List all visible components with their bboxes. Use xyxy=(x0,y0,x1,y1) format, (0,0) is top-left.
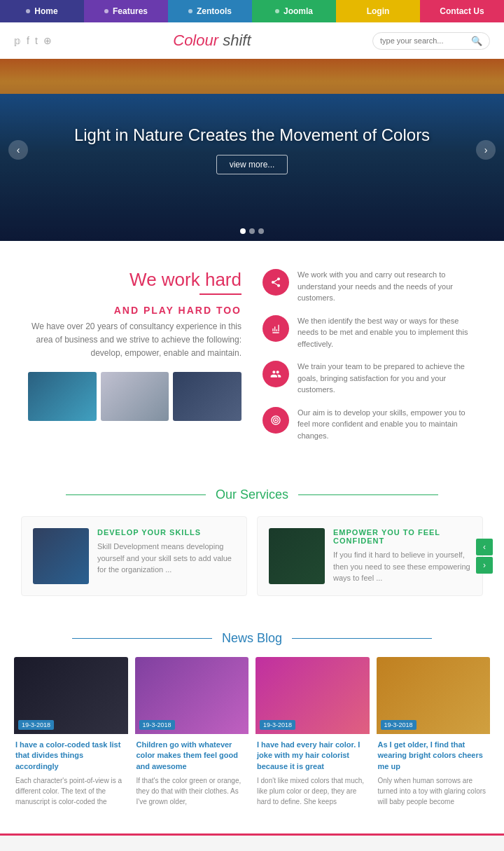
pinterest-icon[interactable]: 𝕡 xyxy=(14,35,21,46)
mid-heading2: AND PLAY HARD TOO xyxy=(28,305,241,316)
news-title-row: News Blog xyxy=(14,631,490,646)
services-prev-button[interactable]: ‹ xyxy=(476,539,493,555)
services-line-left xyxy=(66,494,206,495)
mid-item-2-text: We then identify the best way or ways fo… xyxy=(298,315,476,350)
services-next-button[interactable]: › xyxy=(476,557,493,574)
mid-body: We have over 20 years of consultancy exp… xyxy=(28,320,241,361)
hero-next-button[interactable]: › xyxy=(476,140,496,160)
hero-dots xyxy=(240,228,264,234)
news-date-2: 19-3-2018 xyxy=(139,720,175,730)
news-body-3: I have had every hair color. I joke with… xyxy=(255,734,370,812)
chart-icon xyxy=(262,315,289,342)
target-icon xyxy=(262,407,289,434)
mid-divider xyxy=(200,293,241,295)
mid-photo-1 xyxy=(28,372,97,421)
news-title-2[interactable]: Children go with whatever color makes th… xyxy=(136,740,248,772)
news-text-4: Only when human sorrows are turned into … xyxy=(378,775,489,807)
news-line-left xyxy=(72,638,212,639)
news-card-4: 19-3-2018 As I get older, I find that we… xyxy=(377,657,491,812)
site-header: 𝕡 f t ⊕ Colour shift 🔍 xyxy=(0,22,504,59)
service-img-2 xyxy=(269,528,325,584)
news-body-4: As I get older, I find that wearing brig… xyxy=(377,734,491,812)
service-content-2: EMPOWER YOU TO FEEL CONFIDENT If you fin… xyxy=(333,528,471,584)
news-text-1: Each character's point-of-view is a diff… xyxy=(15,775,127,807)
hero-title: Light in Nature Creates the Movement of … xyxy=(74,125,430,145)
mid-photos xyxy=(28,372,241,421)
hero-dot-3[interactable] xyxy=(258,228,264,234)
services-title-row: Our Services xyxy=(21,487,483,502)
services-nav: ‹ › xyxy=(476,539,493,574)
mid-photo-3 xyxy=(173,372,241,421)
nav-home-label: Home xyxy=(34,6,57,16)
news-img-3: 19-3-2018 xyxy=(255,657,370,734)
news-text-2: If that's the color green or orange, the… xyxy=(136,775,248,807)
news-title-3[interactable]: I have had every hair color. I joke with… xyxy=(257,740,368,772)
nav-zentools[interactable]: Zentools xyxy=(168,0,252,22)
news-date-3: 19-3-2018 xyxy=(260,720,295,730)
news-title-4[interactable]: As I get older, I find that wearing brig… xyxy=(378,740,489,772)
mid-photo-2 xyxy=(101,372,169,421)
search-input[interactable] xyxy=(380,36,471,45)
nav-features-label: Features xyxy=(113,6,148,16)
hero-overlay: Light in Nature Creates the Movement of … xyxy=(0,59,504,241)
site-logo: Colour shift xyxy=(173,32,251,50)
logo-colour: Colour xyxy=(173,32,218,49)
news-section: News Blog 19-3-2018 I have a color-coded… xyxy=(0,617,504,833)
services-section: Our Services DEVELOP YOUR SKILLS Skill D… xyxy=(0,473,504,617)
nav-home[interactable]: Home xyxy=(0,0,84,22)
service-content-1: DEVELOP YOUR SKILLS Skill Development me… xyxy=(97,528,235,584)
rss-icon[interactable]: ⊕ xyxy=(43,35,52,46)
nav-contact[interactable]: Contact Us xyxy=(420,0,504,22)
news-img-1: 19-3-2018 xyxy=(14,657,128,734)
social-icons: 𝕡 f t ⊕ xyxy=(14,35,52,46)
service-body-2: If you find it hard to believe in yourse… xyxy=(333,549,471,584)
news-body-2: Children go with whatever color makes th… xyxy=(135,734,249,812)
facebook-icon[interactable]: f xyxy=(27,35,29,46)
mid-item-4: Our aim is to develop your skills, empow… xyxy=(262,407,476,442)
team-icon xyxy=(262,361,289,387)
news-card-3: 19-3-2018 I have had every hair color. I… xyxy=(255,657,370,812)
mid-item-4-text: Our aim is to develop your skills, empow… xyxy=(298,407,476,442)
service-title-1: DEVELOP YOUR SKILLS xyxy=(97,528,235,537)
twitter-icon[interactable]: t xyxy=(35,35,38,46)
hero-dot-1[interactable] xyxy=(240,228,246,234)
mid-item-1-text: We work with you and carry out research … xyxy=(298,269,476,304)
hero-prev-button[interactable]: ‹ xyxy=(8,140,28,160)
news-date-4: 19-3-2018 xyxy=(381,720,416,730)
hero-cta-button[interactable]: view more... xyxy=(216,155,288,174)
site-footer: Colour shift 📍 10 1st East, 100 New York… xyxy=(0,833,504,851)
news-text-3: I don't like mixed colors that much, lik… xyxy=(257,775,368,807)
nav-dot xyxy=(104,9,108,13)
services-heading: Our Services xyxy=(216,487,288,502)
mid-right: We work with you and carry out research … xyxy=(262,269,476,452)
share-icon xyxy=(262,269,289,296)
hero-dot-2[interactable] xyxy=(249,228,255,234)
mid-item-1: We work with you and carry out research … xyxy=(262,269,476,304)
service-card-2: EMPOWER YOU TO FEEL CONFIDENT If you fin… xyxy=(257,516,483,596)
news-grid: 19-3-2018 I have a color-coded task list… xyxy=(14,657,490,812)
nav-joomla[interactable]: Joomla xyxy=(252,0,336,22)
news-heading: News Blog xyxy=(222,631,282,646)
mid-item-3-text: We train your team to be prepared to ach… xyxy=(298,361,476,396)
mid-item-2: We then identify the best way or ways fo… xyxy=(262,315,476,350)
main-nav: Home Features Zentools Joomla Login Cont… xyxy=(0,0,504,22)
service-title-2: EMPOWER YOU TO FEEL CONFIDENT xyxy=(333,528,471,545)
search-box[interactable]: 🔍 xyxy=(372,32,490,50)
news-img-4: 19-3-2018 xyxy=(377,657,491,734)
nav-login-label: Login xyxy=(367,6,390,16)
nav-dot xyxy=(275,9,279,13)
service-body-1: Skill Development means developing yours… xyxy=(97,541,235,576)
mid-left: We work hard AND PLAY HARD TOO We have o… xyxy=(28,269,241,452)
nav-features[interactable]: Features xyxy=(84,0,168,22)
news-card-1: 19-3-2018 I have a color-coded task list… xyxy=(14,657,128,812)
services-row: DEVELOP YOUR SKILLS Skill Development me… xyxy=(21,516,483,596)
nav-login[interactable]: Login xyxy=(336,0,420,22)
nav-joomla-label: Joomla xyxy=(284,6,313,16)
news-card-2: 19-3-2018 Children go with whatever colo… xyxy=(135,657,249,812)
nav-dot xyxy=(188,9,192,13)
news-body-1: I have a color-coded task list that divi… xyxy=(14,734,128,812)
news-title-1[interactable]: I have a color-coded task list that divi… xyxy=(15,740,127,772)
service-img-1 xyxy=(33,528,89,584)
search-icon[interactable]: 🔍 xyxy=(471,36,482,46)
logo-shift: shift xyxy=(218,32,251,49)
